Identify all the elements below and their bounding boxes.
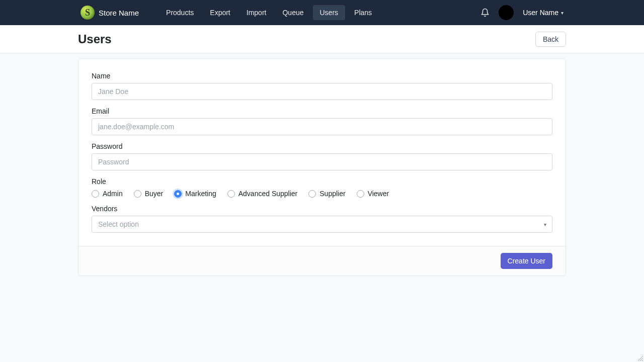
brand-logo-icon: S — [80, 6, 95, 20]
role-label: Marketing — [185, 190, 216, 198]
notification-bell-icon[interactable] — [480, 8, 490, 17]
avatar[interactable] — [499, 5, 514, 20]
radio-icon — [227, 190, 235, 198]
top-nav: S Store Name Products Export Import Queu… — [0, 0, 644, 25]
role-option-buyer[interactable]: Buyer — [134, 190, 164, 198]
password-input[interactable] — [92, 153, 552, 170]
radio-icon — [357, 190, 364, 198]
create-user-button[interactable]: Create User — [501, 253, 552, 269]
label-password: Password — [92, 142, 552, 150]
role-label: Buyer — [145, 190, 164, 198]
nav-item-export[interactable]: Export — [203, 5, 237, 20]
page-title: Users — [78, 32, 112, 46]
svg-line-2 — [642, 360, 643, 361]
chevron-down-icon: ▾ — [561, 10, 564, 16]
resize-handle-icon — [637, 355, 643, 361]
role-option-supplier[interactable]: Supplier — [308, 190, 345, 198]
label-vendors: Vendors — [92, 205, 552, 213]
svg-line-1 — [640, 358, 643, 361]
role-options: Admin Buyer Marketing Advanced Supplier — [92, 190, 552, 198]
role-label: Advanced Supplier — [238, 190, 298, 198]
nav-item-plans[interactable]: Plans — [347, 5, 379, 20]
role-option-viewer[interactable]: Viewer — [357, 190, 389, 198]
user-menu[interactable]: User Name ▾ — [523, 9, 564, 17]
role-label: Viewer — [368, 190, 389, 198]
nav-item-queue[interactable]: Queue — [275, 5, 310, 20]
role-option-advanced-supplier[interactable]: Advanced Supplier — [227, 190, 298, 198]
label-name: Name — [92, 72, 552, 80]
subheader: Users Back — [0, 25, 644, 53]
nav-right: User Name ▾ — [480, 5, 564, 20]
label-email: Email — [92, 107, 552, 115]
create-user-card: Name Email Password Role Admin — [78, 58, 566, 276]
email-input[interactable] — [92, 118, 552, 135]
radio-icon — [174, 190, 182, 198]
role-option-admin[interactable]: Admin — [92, 190, 123, 198]
nav-item-products[interactable]: Products — [159, 5, 201, 20]
back-button[interactable]: Back — [535, 32, 566, 47]
label-role: Role — [92, 177, 552, 186]
role-option-marketing[interactable]: Marketing — [174, 190, 216, 198]
user-name: User Name — [523, 9, 558, 17]
brand[interactable]: S Store Name — [80, 6, 139, 20]
radio-icon — [134, 190, 141, 198]
role-label: Supplier — [319, 190, 345, 198]
svg-line-0 — [638, 356, 643, 361]
radio-icon — [308, 190, 316, 198]
store-name: Store Name — [99, 9, 139, 17]
vendors-select[interactable]: Select option ▾ — [92, 216, 552, 233]
nav-item-users[interactable]: Users — [313, 5, 346, 20]
radio-icon — [92, 190, 99, 198]
name-input[interactable] — [92, 83, 552, 100]
vendors-placeholder: Select option — [98, 220, 139, 228]
nav-items: Products Export Import Queue Users Plans — [159, 5, 379, 20]
role-label: Admin — [103, 190, 123, 198]
nav-item-import[interactable]: Import — [239, 5, 274, 20]
